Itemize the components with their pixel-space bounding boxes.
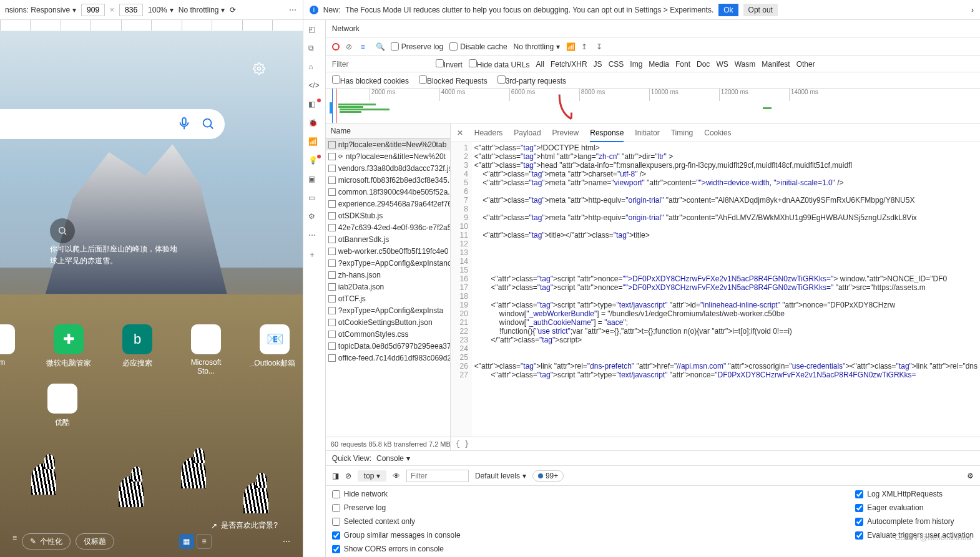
- type-doc[interactable]: Doc: [697, 60, 710, 69]
- console-opt[interactable]: Show CORS errors in console: [332, 545, 461, 553]
- request-row[interactable]: ?expType=AppConfig&expInsta: [326, 304, 450, 316]
- hide-urls-checkbox[interactable]: Hide data URLs: [469, 59, 530, 69]
- tab-cookies[interactable]: Cookies: [704, 125, 731, 141]
- request-row[interactable]: ?expType=AppConfig&expInstanc: [326, 257, 450, 269]
- inspect-icon[interactable]: ◰: [308, 25, 320, 36]
- width-input[interactable]: [81, 4, 105, 16]
- tile-5[interactable]: ▶优酷: [37, 384, 87, 428]
- more-rail-icon[interactable]: ⋯: [308, 231, 320, 242]
- request-row[interactable]: common.18f3900c944be505f52a.j: [326, 186, 450, 198]
- height-input[interactable]: [119, 4, 143, 16]
- type-js[interactable]: JS: [594, 60, 602, 69]
- request-row[interactable]: otCommonStyles.css: [326, 328, 450, 340]
- debug-icon[interactable]: 🐞: [308, 119, 320, 130]
- tile-0[interactable]: ◧om: [0, 324, 25, 375]
- request-row[interactable]: microsoft.f0b83f62b8ed3cf8e345.: [326, 174, 450, 186]
- sidebar-toggle-icon[interactable]: ◨: [332, 472, 339, 480]
- settings-rail-icon[interactable]: ⚙: [308, 212, 320, 223]
- request-row[interactable]: iab2Data.json: [326, 281, 450, 293]
- request-row[interactable]: web-worker.c50be0ffb5f119fc4e0: [326, 245, 450, 257]
- console-opt[interactable]: Autocomplete from history: [855, 517, 974, 526]
- context-select[interactable]: top ▾: [358, 470, 386, 482]
- network-tab-label[interactable]: Network: [332, 24, 360, 33]
- type-other[interactable]: Other: [796, 60, 815, 69]
- network-icon[interactable]: 📶: [308, 137, 320, 148]
- sources-icon[interactable]: </>: [308, 81, 320, 92]
- throttle-select[interactable]: No throttling ▾: [514, 42, 561, 51]
- request-row[interactable]: otBannerSdk.js: [326, 233, 450, 245]
- search-icon[interactable]: 🔍: [376, 42, 385, 51]
- record-button[interactable]: [332, 43, 340, 51]
- tab-headers[interactable]: Headers: [474, 125, 502, 141]
- type-css[interactable]: CSS: [609, 60, 624, 69]
- type-manifest[interactable]: Manifest: [762, 60, 790, 69]
- blocked-cookies[interactable]: Has blocked cookies: [332, 75, 409, 85]
- console-dropdown[interactable]: Console ▾: [376, 454, 410, 463]
- tabonly-button[interactable]: 仅标题: [76, 533, 114, 550]
- upload-icon[interactable]: ↥: [581, 42, 590, 51]
- search-bar[interactable]: [0, 109, 225, 139]
- layout-toggle[interactable]: ▦≡: [179, 534, 212, 549]
- name-column-header[interactable]: Name: [326, 124, 450, 138]
- eye-icon[interactable]: 👁: [393, 472, 400, 480]
- expand-icon[interactable]: ›: [971, 6, 974, 14]
- tab-initiator[interactable]: Initiator: [635, 125, 659, 141]
- request-row[interactable]: office-feed.7c14dd61df983c069d2: [326, 352, 450, 364]
- throttle-dropdown[interactable]: No throttling ▾: [179, 6, 225, 14]
- levels-select[interactable]: Default levels ▾: [475, 472, 526, 480]
- console-settings-icon[interactable]: ⚙: [967, 472, 974, 480]
- tile-1[interactable]: ✚微软电脑管家: [44, 324, 94, 375]
- brace-row[interactable]: { }: [451, 437, 980, 450]
- request-row[interactable]: otCookieSettingsButton.json: [326, 316, 450, 328]
- third-party[interactable]: 3rd-party requests: [497, 75, 566, 85]
- disable-cache[interactable]: Disable cache: [449, 42, 507, 51]
- console-opt[interactable]: Log XMLHttpRequests: [855, 490, 974, 498]
- settings-icon[interactable]: [253, 62, 265, 77]
- type-media[interactable]: Media: [649, 60, 669, 69]
- console-opt[interactable]: Hide network: [332, 490, 461, 498]
- type-fetch/xhr[interactable]: Fetch/XHR: [551, 60, 587, 69]
- type-img[interactable]: Img: [630, 60, 642, 69]
- tab-timing[interactable]: Timing: [671, 125, 693, 141]
- memory-icon[interactable]: ▣: [308, 175, 320, 186]
- type-font[interactable]: Font: [675, 60, 690, 69]
- voice-icon[interactable]: [177, 117, 191, 132]
- console-filter[interactable]: [406, 470, 469, 482]
- request-row[interactable]: ntp?locale=en&title=New%20tab: [326, 138, 450, 150]
- console-opt[interactable]: Selected context only: [332, 517, 461, 526]
- zoom-dropdown[interactable]: 100% ▾: [148, 6, 174, 14]
- tile-2[interactable]: b必应搜索: [112, 324, 162, 375]
- type-ws[interactable]: WS: [716, 60, 728, 69]
- blocked-requests[interactable]: Blocked Requests: [419, 75, 488, 85]
- request-row[interactable]: 42e7c639-42ed-4e0f-936c-e7f2a5: [326, 221, 450, 233]
- clear-console-icon[interactable]: ⊘: [345, 472, 351, 480]
- download-icon[interactable]: ↧: [596, 42, 605, 51]
- optout-button[interactable]: Opt out: [743, 4, 778, 16]
- console-icon[interactable]: ◧: [308, 100, 320, 111]
- elements-icon[interactable]: ⌂: [308, 62, 320, 74]
- tile-4[interactable]: 📧Outlook邮箱: [250, 324, 300, 375]
- personalize-button[interactable]: ✎ 个性化: [22, 533, 71, 550]
- request-row[interactable]: experience.2945468a79a64f2ef76.: [326, 198, 450, 210]
- console-opt[interactable]: Preserve log: [332, 503, 461, 512]
- timeline[interactable]: 2000 ms4000 ms6000 ms8000 ms10000 ms1200…: [326, 89, 980, 124]
- filter-icon[interactable]: ≡: [361, 42, 370, 51]
- search-icon[interactable]: [201, 117, 215, 132]
- request-row[interactable]: otTCF.js: [326, 293, 450, 304]
- menu-icon[interactable]: ≡: [12, 533, 17, 550]
- filter-input[interactable]: [328, 58, 429, 70]
- close-icon[interactable]: ✕: [457, 128, 463, 137]
- request-row[interactable]: topicData.0e8d5d6797b295eea37: [326, 340, 450, 352]
- tile-3[interactable]: 🛍Microsoft Sto...: [181, 324, 231, 375]
- performance-icon[interactable]: 💡: [308, 156, 320, 167]
- tab-preview[interactable]: Preview: [552, 125, 579, 141]
- dimensions-dropdown[interactable]: nsions: Responsive ▾: [5, 6, 76, 14]
- tab-payload[interactable]: Payload: [514, 125, 541, 141]
- clear-icon[interactable]: ⊘: [346, 42, 355, 51]
- wifi-icon[interactable]: 📶: [566, 42, 575, 51]
- request-row[interactable]: zh-hans.json: [326, 269, 450, 281]
- add-icon[interactable]: ＋: [308, 249, 320, 261]
- request-row[interactable]: vendors.f33a80db8d3daccc732f.js: [326, 162, 450, 174]
- console-opt[interactable]: Eager evaluation: [855, 503, 974, 512]
- issues-badge[interactable]: 99+: [532, 470, 564, 482]
